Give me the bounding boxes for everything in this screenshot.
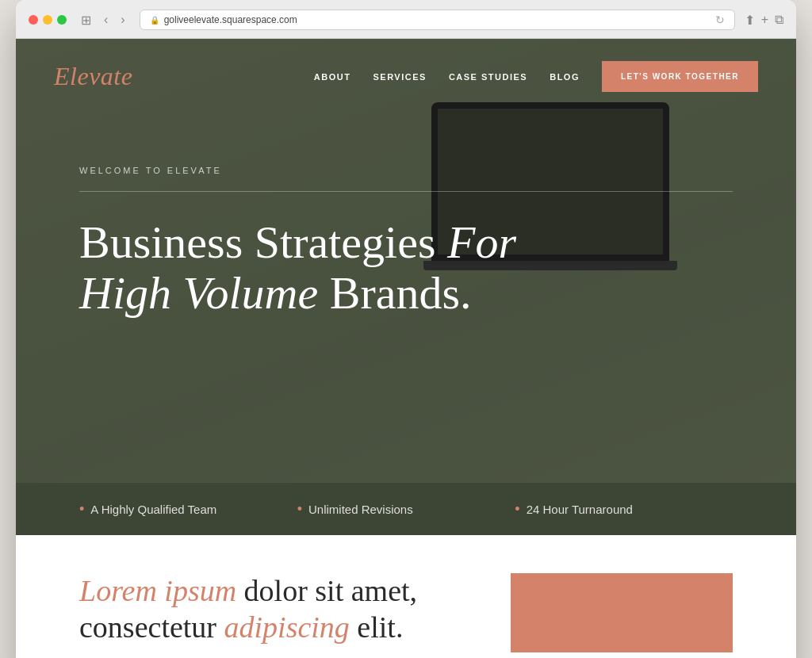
nav-blog[interactable]: Blog	[550, 72, 580, 82]
hero-divider	[79, 191, 733, 192]
hero-headline: Business Strategies For High Volume Bran…	[79, 217, 619, 319]
features-bar: • A Highly Qualified Team • Unlimited Re…	[16, 483, 796, 535]
close-button[interactable]	[29, 15, 38, 25]
feature-item-1: • A Highly Qualified Team	[79, 502, 297, 516]
headline-line2: High Volume Brands.	[79, 267, 472, 319]
below-text-2: consectetur	[79, 610, 224, 644]
browser-actions: ⬆ + ⧉	[745, 13, 783, 28]
windows-icon[interactable]: ⧉	[775, 13, 783, 28]
sidebar-icon[interactable]: ⊞	[76, 11, 96, 29]
back-button[interactable]: ‹	[99, 11, 113, 29]
below-headline: Lorem ipsum dolor sit amet, consectetur …	[79, 573, 485, 645]
url-text: goliveelevate.squarespace.com	[164, 14, 297, 25]
minimize-button[interactable]	[43, 15, 52, 25]
headline-line1: Business Strategies For	[79, 216, 516, 268]
browser-controls: ⊞ ‹ ›	[76, 11, 130, 29]
below-text: Lorem ipsum dolor sit amet, consectetur …	[79, 573, 485, 645]
browser-window: ⊞ ‹ › 🔒 goliveelevate.squarespace.com ↻ …	[16, 0, 796, 658]
site-nav: About Services Case Studies Blog Let's W…	[314, 61, 758, 92]
maximize-button[interactable]	[57, 15, 67, 25]
bullet-1: •	[79, 502, 84, 516]
feature-item-2: • Unlimited Revisions	[297, 502, 515, 516]
below-cta-block	[511, 573, 733, 652]
below-text-1: dolor sit amet,	[236, 574, 417, 607]
bullet-2: •	[297, 502, 302, 516]
website: Elevate About Services Case Studies Blog…	[16, 39, 796, 658]
cta-button[interactable]: Let's Work Together	[602, 61, 758, 92]
traffic-lights	[29, 15, 67, 25]
below-italic-1: Lorem ipsum	[79, 574, 236, 607]
site-logo: Elevate	[54, 62, 132, 91]
feature-text-1: A Highly Qualified Team	[90, 503, 216, 516]
lock-icon: 🔒	[150, 16, 159, 25]
share-icon[interactable]: ⬆	[745, 13, 755, 28]
site-header: Elevate About Services Case Studies Blog…	[16, 39, 796, 114]
nav-case-studies[interactable]: Case Studies	[449, 72, 527, 82]
below-text-3: elit.	[350, 610, 404, 644]
hero-section: Elevate About Services Case Studies Blog…	[16, 39, 796, 483]
feature-text-3: 24 Hour Turnaround	[527, 503, 633, 516]
below-italic-2: adipiscing	[224, 610, 350, 644]
reload-icon[interactable]: ↻	[715, 13, 725, 26]
address-bar[interactable]: 🔒 goliveelevate.squarespace.com ↻	[140, 10, 735, 30]
nav-about[interactable]: About	[314, 72, 351, 82]
below-section: Lorem ipsum dolor sit amet, consectetur …	[16, 535, 796, 658]
nav-services[interactable]: Services	[373, 72, 426, 82]
forward-button[interactable]: ›	[116, 11, 129, 29]
feature-item-3: • 24 Hour Turnaround	[515, 502, 733, 516]
new-tab-icon[interactable]: +	[761, 13, 768, 28]
bullet-3: •	[515, 502, 519, 516]
browser-chrome: ⊞ ‹ › 🔒 goliveelevate.squarespace.com ↻ …	[16, 0, 796, 39]
feature-text-2: Unlimited Revisions	[308, 503, 413, 516]
hero-eyebrow: Welcome to Elevate	[79, 166, 733, 175]
